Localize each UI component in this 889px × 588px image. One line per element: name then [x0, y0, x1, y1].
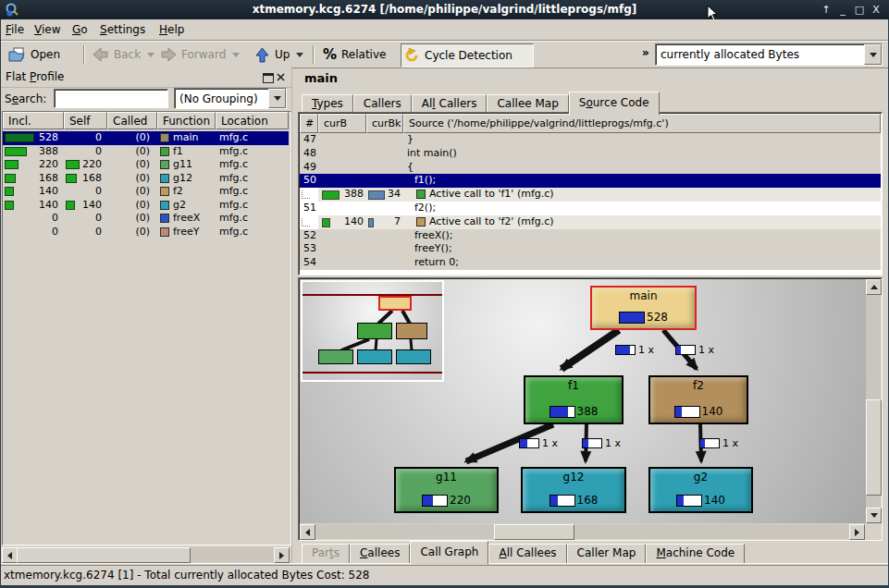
search-input[interactable] [54, 89, 168, 108]
graph-node-g12[interactable]: g12 168 [521, 467, 626, 513]
menu-go[interactable]: Go [72, 22, 88, 37]
col-called[interactable]: Called [107, 112, 157, 129]
toolbar-overflow-chevron[interactable]: » [642, 46, 649, 59]
dock-float-icon[interactable] [263, 73, 274, 83]
graph-overview[interactable] [301, 280, 444, 382]
tab-all-callers[interactable]: All Callers [412, 94, 488, 114]
source-line[interactable]: 49 { [300, 161, 881, 175]
graph-node-g11[interactable]: g11 220 [394, 467, 499, 513]
tab-types[interactable]: Types [302, 94, 353, 114]
src-col-curbk[interactable]: curBk [366, 114, 403, 133]
event-type-combobox[interactable]: currently allocated Bytes [655, 43, 883, 66]
tab-all-callees[interactable]: All Callees [488, 544, 566, 563]
scroll-left-icon[interactable] [300, 524, 315, 540]
source-line[interactable]: 53 freeY(); [300, 242, 881, 256]
graph-hscrollbar[interactable] [300, 524, 865, 539]
forward-button[interactable]: Forward [157, 43, 242, 66]
table-row-freeY[interactable]: 0 0 (0) freeY mfg.c [3, 226, 289, 239]
table-row-f1[interactable]: 388 0 (0) f1 mfg.c [3, 145, 289, 159]
menu-help[interactable]: Help [159, 22, 184, 37]
function-icon [160, 160, 169, 169]
call-graph-canvas[interactable]: main 528 f1 388 f2 140 g11 220 g12 168 g… [300, 279, 866, 523]
source-line[interactable]: 51 f2(); [300, 202, 881, 215]
scroll-thumb[interactable] [494, 524, 574, 540]
back-dropdown-icon[interactable] [147, 53, 154, 57]
src-col-curb[interactable]: curB [318, 114, 366, 133]
source-line[interactable]: 48 int main() [300, 147, 881, 161]
scroll-thumb[interactable] [17, 547, 191, 563]
scroll-thumb[interactable] [866, 399, 882, 496]
tab-machine-code[interactable]: Machine Code [646, 544, 745, 563]
cycle-detection-button[interactable]: Cycle Detection [401, 43, 534, 67]
tab-parts: Parts [302, 544, 350, 563]
tab-callers[interactable]: Callers [353, 94, 412, 114]
combo-dropdown-icon[interactable] [268, 89, 286, 108]
src-col-num[interactable]: # [300, 114, 318, 133]
grouping-combobox[interactable]: (No Grouping) [174, 88, 287, 109]
toolbar-separator [83, 45, 85, 64]
table-row-f2[interactable]: 140 0 (0) f2 mfg.c [3, 185, 289, 199]
cost-bar [322, 190, 340, 200]
col-incl[interactable]: Incl. [3, 112, 64, 129]
up-arrow-icon [254, 47, 270, 63]
cost-bar [619, 312, 645, 324]
up-dropdown-icon[interactable] [296, 53, 303, 57]
source-call-line-f2[interactable]: 140 7 Active call to 'f2' (mfg.c) [300, 215, 881, 229]
table-row-main[interactable]: 528 0 (0) main mfg.c [3, 131, 289, 145]
scroll-up-icon[interactable] [866, 279, 882, 295]
graph-node-g2[interactable]: g2 140 [648, 467, 753, 513]
tab-caller-map[interactable]: Caller Map [567, 544, 647, 563]
graph-node-main[interactable]: main 528 [590, 286, 697, 330]
menu-file[interactable]: File [6, 22, 24, 37]
scroll-left-icon[interactable] [2, 547, 18, 563]
back-button[interactable]: Back [90, 43, 157, 66]
up-button[interactable]: Up [252, 43, 306, 66]
open-button[interactable]: Open [6, 43, 63, 66]
shade-icon[interactable]: ↑ [819, 3, 833, 17]
table-row-g11[interactable]: 220 220 (0) g11 mfg.c [3, 158, 289, 172]
scroll-right-icon[interactable] [849, 524, 865, 540]
menu-settings[interactable]: Settings [100, 22, 145, 37]
source-line[interactable]: 52 freeX(); [300, 229, 881, 243]
tab-callees[interactable]: Callees [350, 544, 410, 563]
tree-branch-icon [302, 190, 310, 199]
source-line-selected[interactable]: 50 f1(); [300, 174, 881, 188]
titlebar[interactable]: xtmemory.kcg.6274 [/home/philippe/valgri… [0, 0, 889, 19]
graph-vscrollbar[interactable] [866, 279, 881, 523]
tab-call-graph[interactable]: Call Graph [410, 541, 488, 565]
table-row-freeX[interactable]: 0 0 (0) freeX mfg.c [3, 212, 289, 226]
scroll-down-icon[interactable] [866, 508, 882, 523]
back-arrow-icon [93, 47, 109, 62]
tab-callee-map[interactable]: Callee Map [487, 94, 568, 114]
combo-dropdown-icon[interactable] [864, 44, 882, 65]
function-icon [160, 147, 169, 156]
menu-view[interactable]: View [34, 22, 60, 37]
col-function[interactable]: Function [157, 112, 216, 129]
close-icon[interactable]: X [869, 3, 883, 17]
tab-source-code[interactable]: Source Code [569, 92, 660, 116]
dock-titlebar[interactable]: Flat Profile [0, 68, 291, 88]
edge-label-f1-g11: 1 x [519, 437, 558, 449]
selected-function-title: main [304, 71, 338, 85]
minimize-icon[interactable]: _ [835, 3, 850, 17]
col-self[interactable]: Self [64, 112, 107, 129]
source-call-line-f1[interactable]: 388 34 Active call to 'f1' (mfg.c) [300, 188, 881, 202]
table-row-g2[interactable]: 140 140 (0) g2 mfg.c [3, 199, 289, 213]
graph-node-f1[interactable]: f1 388 [524, 375, 624, 424]
window-title: xtmemory.kcg.6274 [/home/philippe/valgri… [0, 3, 889, 16]
dock-close-icon[interactable] [277, 73, 285, 81]
src-col-source[interactable]: Source ('/home/philippe/valgrind/littlep… [403, 114, 881, 133]
relative-toggle-button[interactable]: % Relative [320, 43, 389, 66]
maximize-icon[interactable]: □ [852, 3, 867, 17]
col-location[interactable]: Location [216, 112, 289, 129]
edge-label-main-f1: 1 x [615, 344, 654, 356]
table-row-g12[interactable]: 168 168 (0) g12 mfg.c [3, 172, 289, 186]
source-line[interactable]: 47 } [300, 133, 881, 147]
cost-bar [322, 218, 330, 227]
forward-dropdown-icon[interactable] [232, 53, 240, 57]
source-line[interactable]: 54 return 0; [300, 256, 881, 270]
scroll-right-icon[interactable] [274, 547, 290, 563]
flat-profile-hscrollbar[interactable] [2, 547, 290, 562]
flat-profile-table: Incl. Self Called Function Location 528 … [2, 111, 291, 545]
graph-node-f2[interactable]: f2 140 [648, 375, 748, 424]
